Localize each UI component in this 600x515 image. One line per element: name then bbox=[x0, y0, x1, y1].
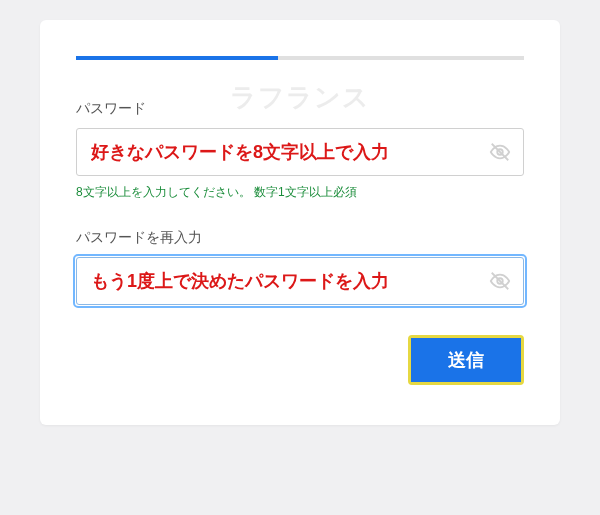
password-helper-text: 8文字以上を入力してください。 数字1文字以上必須 bbox=[76, 184, 524, 201]
password-input[interactable] bbox=[76, 128, 524, 176]
password-confirm-field-block: パスワードを再入力 bbox=[76, 229, 524, 305]
eye-slash-icon[interactable] bbox=[488, 269, 512, 293]
form-card: ラフランス パスワード 8文字以上を入力してください。 数字1文字以上必須 パス… bbox=[40, 20, 560, 425]
password-confirm-input[interactable] bbox=[76, 257, 524, 305]
password-input-wrap bbox=[76, 128, 524, 176]
progress-bar bbox=[76, 56, 524, 60]
password-confirm-input-wrap bbox=[76, 257, 524, 305]
progress-fill bbox=[76, 56, 278, 60]
button-row: 送信 bbox=[76, 335, 524, 385]
eye-slash-icon[interactable] bbox=[488, 140, 512, 164]
password-label: パスワード bbox=[76, 100, 524, 118]
password-confirm-label: パスワードを再入力 bbox=[76, 229, 524, 247]
submit-button-highlight: 送信 bbox=[408, 335, 524, 385]
password-field-block: ラフランス パスワード 8文字以上を入力してください。 数字1文字以上必須 bbox=[76, 100, 524, 201]
submit-button[interactable]: 送信 bbox=[411, 338, 521, 382]
